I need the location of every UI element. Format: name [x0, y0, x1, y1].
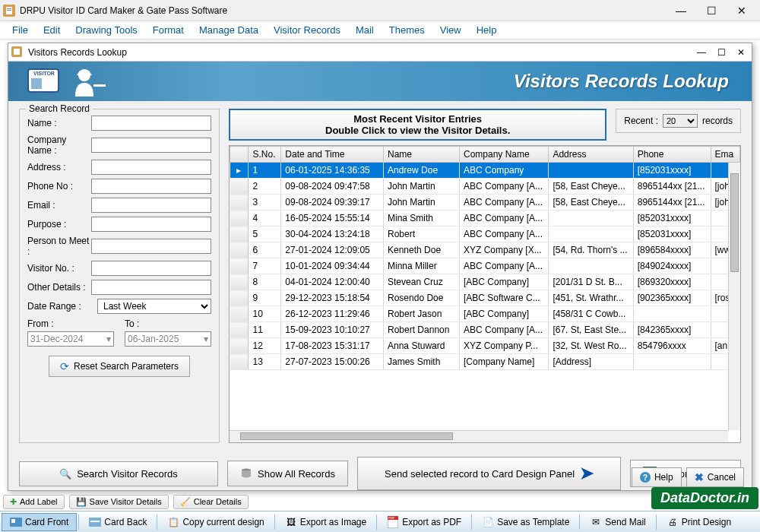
cancel-button[interactable]: ✖Cancel	[686, 467, 744, 487]
minimize-button[interactable]: —	[666, 2, 696, 19]
menu-themes[interactable]: Themes	[382, 23, 432, 37]
table-row[interactable]: 1327-07-2023 15:00:26James Smith[Company…	[230, 354, 740, 370]
show-all-records-button[interactable]: Show All Records	[227, 461, 348, 486]
table-row[interactable]: 416-05-2024 15:55:14Mina SmithABC Compan…	[230, 211, 740, 226]
table-row[interactable]: 929-12-2023 15:18:54Rosendo Doe[ABC Soft…	[230, 290, 740, 306]
search-panel-title: Search Record	[26, 103, 93, 114]
svg-text:VISITOR: VISITOR	[33, 71, 55, 76]
dialog-title: Visitors Records Lookup	[28, 47, 694, 58]
dialog-close-button[interactable]: ✕	[733, 46, 749, 59]
from-date-input[interactable]: 31-Dec-2024▾	[27, 331, 114, 347]
visitor-badge-icon: VISITOR	[24, 65, 65, 98]
menu-drawing-tools[interactable]: Drawing Tools	[68, 23, 144, 37]
table-row[interactable]: 209-08-2024 09:47:58John MartinABC Compa…	[230, 179, 740, 195]
to-date-input[interactable]: 06-Jan-2025▾	[125, 331, 211, 347]
menu-manage-data[interactable]: Manage Data	[192, 23, 266, 37]
search-icon: 🔍	[59, 468, 71, 480]
export-image-button[interactable]: 🖼Export as Image	[277, 513, 375, 531]
menu-mail[interactable]: Mail	[348, 23, 382, 37]
cancel-icon: ✖	[695, 471, 704, 483]
save-visitor-details-button[interactable]: 💾Save Visitor Details	[69, 495, 169, 509]
print-design-button[interactable]: 🖨Print Design	[658, 513, 739, 531]
company-label: Company Name :	[27, 135, 91, 156]
results-table[interactable]: S.No. Date and Time Name Company Name Ad…	[230, 146, 740, 370]
other-details-input[interactable]	[91, 280, 211, 295]
svg-text:PDF: PDF	[388, 516, 395, 520]
other-label: Other Details :	[27, 282, 91, 293]
table-row[interactable]: 1026-12-2023 11:29:46Robert Jason[ABC Co…	[230, 306, 740, 322]
menu-edit[interactable]: Edit	[36, 23, 68, 37]
company-input[interactable]	[91, 138, 211, 153]
app-icon	[3, 5, 15, 17]
phone-input[interactable]	[91, 179, 211, 194]
image-icon: 🖼	[285, 516, 297, 528]
mail-icon: ✉	[590, 516, 602, 528]
svg-rect-17	[90, 521, 100, 522]
table-row[interactable]: 309-08-2024 09:39:17John MartinABC Compa…	[230, 195, 740, 211]
col-phone[interactable]: Phone	[633, 147, 711, 163]
export-pdf-button[interactable]: PDFExport as PDF	[378, 513, 470, 531]
dialog-minimize-button[interactable]: —	[694, 46, 709, 59]
name-input[interactable]	[91, 116, 211, 131]
dialog-icon	[11, 46, 24, 59]
purpose-label: Purpose :	[27, 219, 91, 230]
table-row[interactable]: ▸106-01-2025 14:36:35Andrew DoeABC Compa…	[230, 163, 740, 179]
help-button[interactable]: ?Help	[632, 467, 682, 487]
menu-view[interactable]: View	[432, 23, 469, 37]
table-row[interactable]: 804-01-2024 12:00:40Stevean Cruz[ABC Com…	[230, 274, 740, 290]
reset-search-button[interactable]: ⟳ Reset Search Parameters	[49, 356, 190, 377]
visitors-lookup-dialog: Visitors Records Lookup — ☐ ✕ VISITOR Vi…	[8, 43, 752, 491]
person-label: Person to Meet :	[27, 236, 91, 257]
col-sno[interactable]: S.No.	[249, 147, 281, 163]
table-row[interactable]: 710-01-2024 09:34:44Minna MillerABC Comp…	[230, 258, 740, 274]
send-mail-button[interactable]: ✉Send Mail	[581, 513, 654, 531]
copy-icon: 📋	[167, 516, 179, 528]
menubar: File Edit Drawing Tools Format Manage Da…	[0, 21, 760, 40]
menu-format[interactable]: Format	[145, 23, 192, 37]
email-input[interactable]	[91, 198, 211, 213]
menu-file[interactable]: File	[5, 23, 36, 37]
recent-label: Recent :	[624, 116, 658, 126]
address-input[interactable]	[91, 160, 211, 175]
dialog-banner: VISITOR Visitors Records Lookup	[8, 62, 752, 101]
col-email[interactable]: Ema	[711, 147, 740, 163]
col-datetime[interactable]: Date and Time	[281, 147, 384, 163]
clear-details-button[interactable]: 🧹Clear Details	[173, 495, 249, 509]
vertical-scrollbar[interactable]	[728, 163, 740, 430]
date-range-select[interactable]: Last Week	[97, 299, 211, 314]
save-icon: 💾	[76, 497, 87, 507]
tab-card-back[interactable]: Card Back	[81, 513, 155, 531]
save-template-button[interactable]: 📄Save as Template	[473, 513, 578, 531]
maximize-button[interactable]: ☐	[696, 2, 727, 19]
col-address[interactable]: Address	[549, 147, 633, 163]
search-visitor-records-button[interactable]: 🔍 Search Visitor Records	[19, 461, 218, 486]
plus-icon: ✚	[10, 497, 17, 507]
table-row[interactable]: 530-04-2024 13:24:18RobertABC Company [A…	[230, 226, 740, 242]
refresh-icon: ⟳	[60, 360, 69, 372]
table-row[interactable]: 1217-08-2023 15:31:17Anna StuwardXYZ Com…	[230, 338, 740, 354]
results-table-wrap: S.No. Date and Time Name Company Name Ad…	[229, 145, 741, 443]
card-back-icon	[89, 516, 101, 528]
copy-design-button[interactable]: 📋Copy current design	[159, 513, 272, 531]
close-button[interactable]: ✕	[727, 2, 757, 19]
purpose-input[interactable]	[91, 217, 211, 232]
menu-help[interactable]: Help	[469, 23, 505, 37]
menu-visitor-records[interactable]: Visitor Records	[266, 23, 348, 37]
visitor-no-input[interactable]	[91, 261, 211, 276]
clear-icon: 🧹	[180, 497, 191, 507]
dialog-maximize-button[interactable]: ☐	[714, 46, 729, 59]
horizontal-scrollbar[interactable]	[230, 430, 728, 442]
calendar-icon: ▾	[204, 334, 208, 344]
card-front-icon	[10, 516, 22, 528]
table-row[interactable]: 1115-09-2023 10:10:27Robert DannonABC Co…	[230, 322, 740, 338]
send-to-card-design-button[interactable]: Send selected record to Card Design Pane…	[357, 457, 621, 490]
add-label-button[interactable]: ✚Add Label	[3, 495, 65, 509]
help-icon: ?	[640, 472, 651, 483]
table-row[interactable]: 627-01-2024 12:09:05Kenneth DoeXYZ Compa…	[230, 242, 740, 258]
col-name[interactable]: Name	[384, 147, 460, 163]
col-company[interactable]: Company Name	[460, 147, 549, 163]
tab-card-front[interactable]: Card Front	[2, 513, 77, 531]
officer-icon	[71, 65, 109, 98]
person-to-meet-input[interactable]	[91, 239, 211, 254]
recent-count-select[interactable]: 20	[663, 114, 698, 128]
